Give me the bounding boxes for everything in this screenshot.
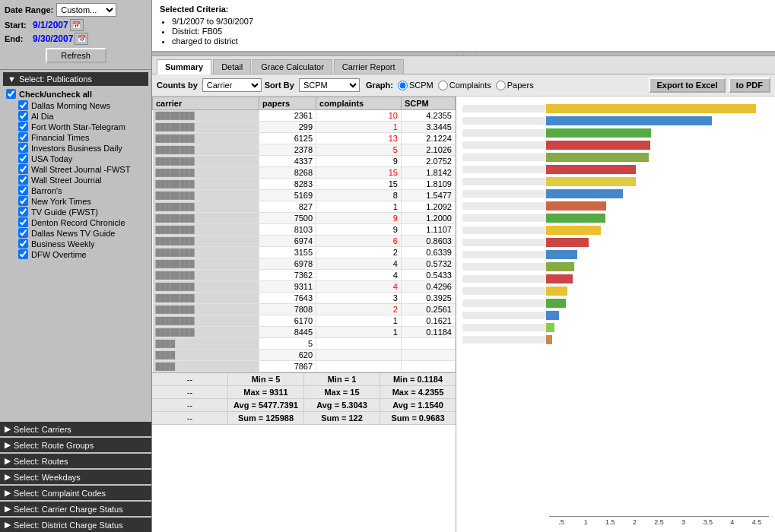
- stat-label-avg: --: [152, 399, 228, 411]
- complaint-codes-section[interactable]: ▶ Select: Complaint Codes: [0, 486, 151, 500]
- table-row: ████████736240.5433: [153, 270, 456, 281]
- cell-scpm: [401, 361, 455, 372]
- publications-header[interactable]: ▼ Select: Publications: [3, 72, 148, 86]
- pub-item-fort-worth: Fort Worth Star-Telegram: [6, 122, 145, 131]
- stat-max-complaints: Max = 15: [304, 386, 380, 398]
- cell-carrier: ████████: [153, 122, 259, 133]
- table-row: ████████8283151.8109: [153, 179, 456, 190]
- pub-checkbox-tv-guide[interactable]: [18, 207, 28, 217]
- pub-checkbox-wsj[interactable]: [18, 175, 28, 185]
- chart-bar-fill: [546, 189, 623, 198]
- cell-complaints: 13: [316, 133, 402, 144]
- chart-bar-label: [462, 190, 546, 198]
- cell-papers: 620: [259, 350, 316, 361]
- routes-arrow-icon: ▶: [5, 456, 11, 466]
- carrier-charge-section[interactable]: ▶ Select: Carrier Charge Status: [0, 502, 151, 516]
- cell-scpm: 4.2355: [401, 110, 455, 122]
- cell-complaints: 9: [316, 213, 402, 224]
- chart-bar-label: [462, 336, 546, 344]
- chart-bar-label: [462, 312, 546, 319]
- pub-checkbox-investors[interactable]: [18, 143, 28, 153]
- chart-bar-fill: [546, 274, 573, 283]
- radio-scpm-input[interactable]: [398, 81, 408, 90]
- cell-carrier: ████████: [153, 156, 259, 167]
- weekdays-section[interactable]: ▶ Select: Weekdays: [0, 470, 151, 484]
- pub-checkbox-dallas-morning-news[interactable]: [18, 100, 28, 110]
- pub-checkbox-fort-worth[interactable]: [18, 122, 28, 131]
- tab-carrier-report[interactable]: Carrier Report: [334, 59, 404, 74]
- cell-scpm: 1.2000: [401, 213, 455, 224]
- cell-complaints: 4: [316, 281, 402, 293]
- radio-papers-input[interactable]: [496, 81, 506, 90]
- chart-bar-row: [462, 334, 769, 345]
- cell-complaints: 9: [316, 156, 402, 167]
- chart-bar-row: [462, 225, 769, 236]
- table-row: ████████29913.3445: [153, 122, 456, 133]
- table-row: ████████315520.6339: [153, 247, 456, 258]
- chart-bar-bg: [546, 153, 769, 162]
- radio-papers: Papers: [496, 81, 534, 90]
- pub-checkbox-dallas-news-tv[interactable]: [18, 228, 28, 238]
- tabs-bar: Summary Detail Grace Calculator Carrier …: [152, 56, 775, 74]
- tab-grace-calculator[interactable]: Grace Calculator: [253, 59, 332, 74]
- pub-checkbox-al-dia[interactable]: [18, 111, 28, 121]
- end-calendar-button[interactable]: 📅: [75, 33, 88, 45]
- refresh-button[interactable]: Refresh: [46, 48, 106, 63]
- start-calendar-button[interactable]: 📅: [70, 19, 84, 31]
- chart-container: .5 1 1.5 2 2.5 3 3.5 4 4.5: [456, 97, 775, 532]
- routes-section[interactable]: ▶ Select: Routes: [0, 454, 151, 468]
- chart-bar-label: [462, 202, 546, 210]
- pub-item-barrons: Barron's: [6, 185, 145, 195]
- chart-bar-fill: [546, 335, 552, 344]
- district-charge-section[interactable]: ▶ Select: District Charge Status: [0, 518, 151, 532]
- cell-scpm: 3.3445: [401, 122, 455, 133]
- route-groups-section[interactable]: ▶ Select: Route Groups: [0, 438, 151, 452]
- table-body: ████████2361104.2355 ████████29913.3445 …: [153, 110, 456, 372]
- table-row: ████620: [153, 350, 456, 361]
- counts-by-select[interactable]: CarrierRoutePublication: [202, 78, 262, 92]
- cell-papers: 5169: [259, 190, 316, 201]
- radio-complaints-input[interactable]: [438, 81, 448, 90]
- graph-radio-group: SCPM Complaints Papers: [398, 81, 534, 90]
- chart-bar-label: [462, 178, 546, 185]
- pub-checkbox-nyt[interactable]: [18, 196, 28, 206]
- carriers-section[interactable]: ▶ Select: Carriers: [0, 422, 151, 436]
- stat-sum-scpm: Sum = 0.9683: [380, 412, 456, 424]
- export-pdf-button[interactable]: to PDF: [729, 78, 770, 93]
- tab-summary[interactable]: Summary: [157, 59, 211, 74]
- pub-item-denton: Denton Record Chronicle: [6, 217, 145, 227]
- stat-label-max: --: [152, 386, 228, 398]
- pub-checkbox-business-weekly[interactable]: [18, 239, 28, 249]
- tab-detail[interactable]: Detail: [213, 59, 251, 74]
- pub-checkbox-usa-today[interactable]: [18, 154, 28, 163]
- weekdays-label: Select: Weekdays: [14, 473, 81, 482]
- district-charge-label: Select: District Charge Status: [14, 521, 123, 530]
- pub-checkbox-barrons[interactable]: [18, 185, 28, 195]
- pub-checkbox-wsj-fwst[interactable]: [18, 164, 28, 174]
- cell-carrier: ████████: [153, 281, 259, 293]
- cell-complaints: 1: [316, 327, 402, 338]
- pub-checkbox-denton[interactable]: [18, 217, 28, 227]
- pub-item-dfw-overtime: DFW Overtime: [6, 249, 145, 259]
- chart-bar-fill: [546, 238, 589, 247]
- cell-scpm: 1.8109: [401, 179, 455, 190]
- stat-label-min: --: [152, 373, 228, 385]
- controls-bar: Counts by CarrierRoutePublication Sort B…: [152, 74, 775, 97]
- col-carrier: carrier: [153, 97, 259, 110]
- pub-checkbox-dfw-overtime[interactable]: [18, 249, 28, 259]
- selected-criteria: Selected Criteria: 9/1/2007 to 9/30/2007…: [152, 0, 775, 52]
- cell-carrier: ████████: [153, 315, 259, 327]
- check-uncheck-all-checkbox[interactable]: [6, 89, 16, 99]
- axis-tick: 3: [672, 518, 696, 526]
- pub-label: Investors Business Daily: [31, 144, 122, 153]
- pub-label: New York Times: [31, 197, 91, 206]
- sort-by-select[interactable]: SCPMPapersComplaintsCarrier: [299, 78, 360, 92]
- table-row: ████████8268151.8142: [153, 167, 456, 179]
- chart-bar-fill: [546, 128, 651, 138]
- pub-checkbox-financial-times[interactable]: [18, 132, 28, 142]
- date-range-select[interactable]: Custom... Today This Week This Month: [56, 3, 116, 17]
- chart-bar-row: [462, 116, 769, 126]
- export-excel-button[interactable]: Export to Excel: [649, 78, 725, 93]
- cell-papers: 299: [259, 122, 316, 133]
- chart-bar-bg: [546, 311, 769, 320]
